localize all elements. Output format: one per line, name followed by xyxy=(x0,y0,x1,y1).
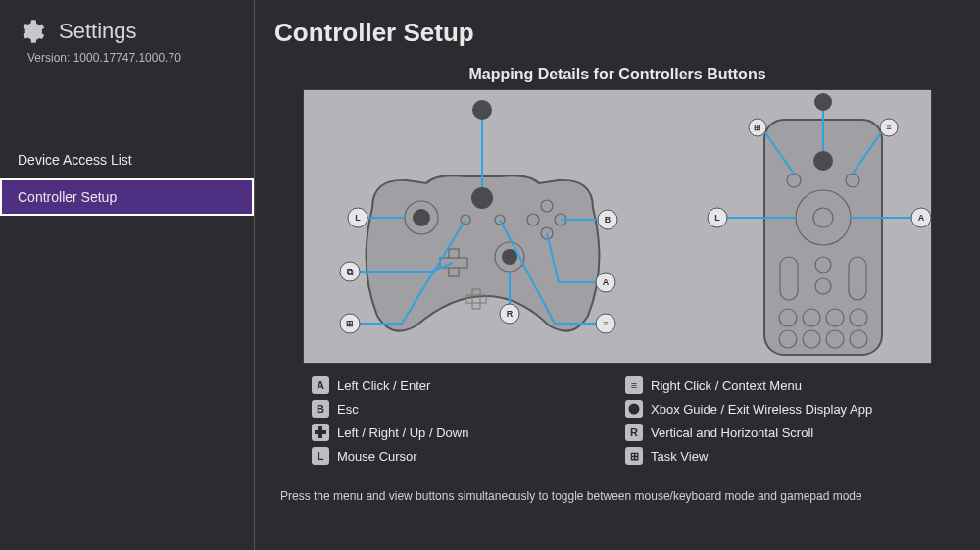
legend-text: Mouse Cursor xyxy=(337,449,417,464)
legend-text: Vertical and Horizontal Scroll xyxy=(651,425,813,440)
version-label: Version: 1000.17747.1000.70 xyxy=(0,45,254,65)
svg-text:⧉: ⧉ xyxy=(347,267,354,276)
svg-point-0 xyxy=(471,187,493,209)
media-remote-drawing xyxy=(764,120,882,355)
svg-text:L: L xyxy=(355,213,361,223)
xbox-controller-drawing xyxy=(367,175,600,330)
svg-text:≡: ≡ xyxy=(886,123,891,132)
legend-text: Left Click / Enter xyxy=(337,378,430,393)
sidebar-item-controller-setup[interactable]: Controller Setup xyxy=(0,178,254,216)
legend-row-menu: ≡ Right Click / Context Menu xyxy=(617,374,931,397)
controller-mapping-diagram: L ⧉ R A B ≡ ⊞ xyxy=(303,89,932,364)
svg-text:⊞: ⊞ xyxy=(346,319,354,328)
svg-text:A: A xyxy=(603,277,610,287)
page-title: Controller Setup xyxy=(274,18,960,48)
instruction-footer: Press the menu and view buttons simultan… xyxy=(274,489,960,503)
sidebar: Settings Version: 1000.17747.1000.70 Dev… xyxy=(0,0,255,550)
legend-text: Xbox Guide / Exit Wireless Display App xyxy=(651,402,872,417)
settings-title: Settings xyxy=(59,19,137,44)
sidebar-item-device-access-list[interactable]: Device Access List xyxy=(0,141,254,178)
gear-icon xyxy=(18,18,45,45)
svg-text:⊞: ⊞ xyxy=(754,123,761,132)
sidebar-nav: Device Access List Controller Setup xyxy=(0,141,254,216)
legend-left-column: A Left Click / Enter B Esc Left / Right … xyxy=(304,374,617,468)
main-panel: Controller Setup Mapping Details for Con… xyxy=(255,0,980,550)
sidebar-header: Settings xyxy=(0,18,254,45)
app-root: Settings Version: 1000.17747.1000.70 Dev… xyxy=(0,0,980,550)
legend-row-a: A Left Click / Enter xyxy=(304,374,617,397)
legend-row-view: ⊞ Task View xyxy=(617,444,931,468)
svg-point-54 xyxy=(814,93,832,111)
legend-row-xbox: Xbox Guide / Exit Wireless Display App xyxy=(617,397,931,421)
b-button-icon: B xyxy=(312,400,329,418)
svg-point-34 xyxy=(813,151,833,171)
legend-text: Left / Right / Up / Down xyxy=(337,425,468,440)
svg-point-4 xyxy=(502,249,517,265)
xbox-guide-icon xyxy=(625,400,643,418)
legend-text: Task View xyxy=(651,449,708,464)
svg-point-2 xyxy=(413,209,430,226)
right-stick-icon: R xyxy=(625,424,643,441)
svg-point-63 xyxy=(629,404,640,415)
legend-right-column: ≡ Right Click / Context Menu Xbox Guide … xyxy=(617,374,931,468)
svg-text:L: L xyxy=(714,213,720,223)
a-button-icon: A xyxy=(312,376,329,394)
legend-row-b: B Esc xyxy=(304,397,617,421)
legend-row-dpad: Left / Right / Up / Down xyxy=(304,421,617,444)
dpad-icon xyxy=(312,424,329,441)
menu-button-icon: ≡ xyxy=(625,376,643,394)
legend-row-rstick: R Vertical and Horizontal Scroll xyxy=(617,421,931,444)
legend-text: Right Click / Context Menu xyxy=(651,378,802,393)
legend-row-lstick: L Mouse Cursor xyxy=(304,444,617,468)
left-stick-icon: L xyxy=(312,447,329,465)
svg-text:R: R xyxy=(507,309,514,319)
svg-text:A: A xyxy=(918,213,925,223)
mapping-legend: A Left Click / Enter B Esc Left / Right … xyxy=(304,374,931,468)
svg-point-18 xyxy=(472,100,492,120)
view-button-icon: ⊞ xyxy=(625,447,643,465)
svg-text:B: B xyxy=(605,215,612,225)
svg-text:≡: ≡ xyxy=(603,319,608,328)
diagram-subtitle: Mapping Details for Controllers Buttons xyxy=(274,66,960,83)
legend-text: Esc xyxy=(337,402,359,417)
